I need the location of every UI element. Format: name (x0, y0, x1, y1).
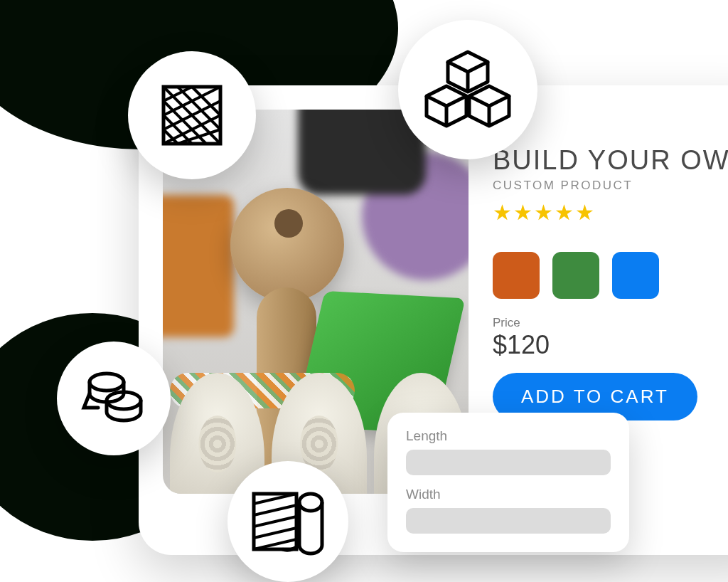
width-input[interactable] (406, 508, 611, 534)
fabric-roll-icon (228, 461, 348, 582)
color-swatch-blue[interactable] (612, 252, 659, 299)
boxes-icon (398, 20, 537, 159)
dimensions-card: Length Width (387, 413, 629, 552)
svg-line-11 (164, 115, 192, 144)
width-label: Width (406, 487, 611, 502)
length-input[interactable] (406, 450, 611, 475)
color-swatch-green[interactable] (552, 252, 599, 299)
svg-line-9 (164, 87, 220, 144)
fabric-rolls-icon (57, 342, 171, 455)
product-title: BUILD YOUR OWN (493, 145, 728, 176)
svg-line-19 (254, 528, 296, 538)
svg-line-1 (164, 87, 192, 101)
price-value: $120 (493, 330, 728, 360)
svg-line-17 (254, 505, 296, 515)
tile-pattern-icon (128, 51, 256, 179)
length-label: Length (406, 428, 611, 444)
rating-stars: ★★★★★ (493, 200, 728, 225)
svg-point-21 (299, 494, 322, 511)
color-swatches (493, 252, 728, 299)
svg-line-18 (254, 517, 296, 527)
color-swatch-orange[interactable] (493, 252, 540, 299)
product-subtitle: CUSTOM PRODUCT (493, 179, 728, 193)
svg-line-7 (192, 87, 220, 115)
svg-point-13 (90, 374, 124, 391)
price-label: Price (493, 316, 728, 330)
